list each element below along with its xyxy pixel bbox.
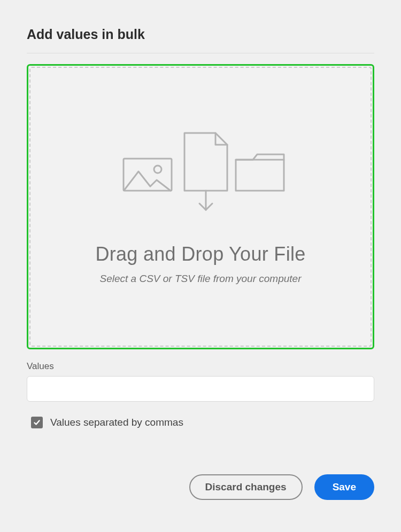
dropzone-highlight: Drag and Drop Your File Select a CSV or … xyxy=(27,64,374,349)
divider xyxy=(27,53,374,53)
commas-checkbox[interactable] xyxy=(31,417,43,428)
file-icon xyxy=(184,133,227,191)
arrow-down-icon xyxy=(199,191,212,210)
file-dropzone[interactable]: Drag and Drop Your File Select a CSV or … xyxy=(29,67,372,347)
folder-icon xyxy=(236,154,284,191)
dropzone-subtitle: Select a CSV or TSV file from your compu… xyxy=(100,273,302,285)
dropzone-illustration xyxy=(115,129,286,216)
save-button[interactable]: Save xyxy=(314,474,374,500)
checkmark-icon xyxy=(33,419,41,426)
discard-button[interactable]: Discard changes xyxy=(189,474,303,500)
dropzone-title: Drag and Drop Your File xyxy=(95,243,305,265)
svg-point-1 xyxy=(154,166,161,173)
page-title: Add values in bulk xyxy=(27,27,374,42)
values-label: Values xyxy=(27,361,374,372)
image-icon xyxy=(124,159,172,191)
commas-checkbox-label: Values separated by commas xyxy=(50,417,183,428)
values-input[interactable] xyxy=(27,376,374,402)
